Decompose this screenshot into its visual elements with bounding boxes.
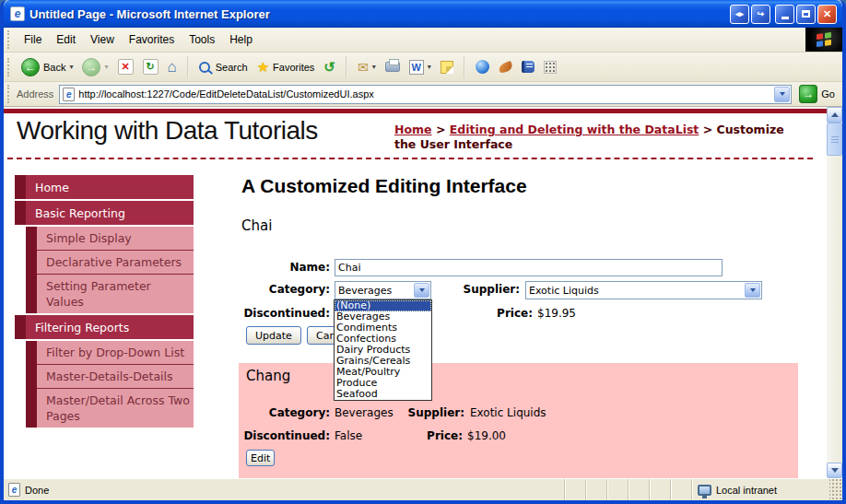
menu-tools[interactable]: Tools (182, 30, 222, 49)
sidebar-item-label: Declarative Parameters (37, 250, 194, 274)
sidebar-item-filtering-reports[interactable]: Filtering Reports (15, 315, 194, 339)
chang-category-label: Category: (238, 406, 330, 419)
menu-favorites[interactable]: Favorites (122, 30, 182, 49)
address-drag-handle[interactable] (7, 85, 12, 103)
breadcrumb-separator: > (432, 123, 450, 136)
status-pane (564, 479, 585, 500)
toolbar-separator (187, 56, 189, 78)
mail-icon: ✉ (358, 60, 369, 75)
sidebar-item-setting-parameter-values[interactable]: Setting Parameter Values (15, 274, 194, 313)
script-debug-button[interactable] (539, 59, 561, 76)
sidebar-item-filter-by-dropdown-list[interactable]: Filter by Drop-Down List (15, 341, 194, 364)
search-button[interactable]: Search (194, 60, 253, 75)
address-bar: Address e http://localhost:1227/Code/Edi… (4, 82, 842, 107)
stop-icon: ✕ (118, 59, 134, 75)
supplier-select[interactable]: Exotic Liquids (525, 281, 762, 299)
supplier-dropdown-button[interactable] (745, 283, 760, 298)
forward-button[interactable]: → ▾ (77, 56, 112, 78)
sidebar-accent-bar (26, 227, 37, 250)
chang-price-value: $19.00 (467, 429, 506, 442)
capture-tool-button[interactable] (494, 61, 517, 74)
category-select[interactable]: Beverages (335, 281, 431, 299)
forward-dropdown-icon: ▾ (104, 63, 108, 71)
name-label: Name: (238, 261, 330, 274)
search-label: Search (216, 62, 248, 73)
sidebar-item-home[interactable]: Home (15, 175, 194, 199)
maximize-button[interactable] (796, 5, 816, 24)
history-button[interactable]: ↺ (319, 57, 340, 77)
detach-icon[interactable]: ↪ (751, 5, 770, 24)
toolbar-drag-handle[interactable] (7, 58, 12, 76)
chang-supplier-label: Supplier: (372, 406, 464, 419)
messenger-button[interactable] (471, 58, 494, 76)
status-pane-main: e Done (4, 479, 564, 500)
chang-price-label: Price: (370, 429, 463, 442)
sidebar-item-basic-reporting[interactable]: Basic Reporting (15, 201, 194, 225)
favorites-star-icon: ★ (257, 59, 269, 76)
search-icon (199, 62, 210, 73)
notes-button[interactable] (436, 59, 458, 76)
mail-dropdown-icon[interactable]: ▾ (372, 63, 376, 71)
print-button[interactable] (381, 60, 405, 74)
name-input[interactable] (335, 259, 723, 276)
status-text: Done (25, 485, 49, 496)
menu-file[interactable]: File (17, 30, 49, 49)
update-button[interactable]: Update (246, 326, 301, 345)
status-pane (649, 479, 670, 500)
code-grid-icon (544, 61, 557, 74)
research-book-icon (522, 61, 535, 73)
scroll-up-button[interactable] (827, 107, 842, 123)
price-value: $19.95 (537, 307, 576, 320)
sidebar-item-declarative-parameters[interactable]: Declarative Parameters (15, 250, 194, 274)
menu-view[interactable]: View (83, 30, 122, 49)
refresh-button[interactable]: ↻ (138, 57, 163, 76)
category-option[interactable]: Seafood (335, 389, 431, 400)
stop-button[interactable]: ✕ (113, 57, 138, 76)
address-dropdown-button[interactable] (774, 87, 790, 102)
breadcrumb-home-link[interactable]: Home (394, 123, 432, 136)
sidebar-item-master-detail-two-pages[interactable]: Master/Detail Across Two Pages (15, 388, 194, 428)
word-dropdown-icon[interactable]: ▾ (428, 63, 431, 71)
mail-button[interactable]: ✉ ▾ (353, 58, 381, 76)
back-dropdown-icon[interactable]: ▾ (69, 63, 73, 71)
status-pane (628, 479, 649, 500)
vertical-scrollbar[interactable] (827, 107, 842, 478)
close-button[interactable]: ✕ (817, 5, 837, 24)
sidebar-accent-bar (26, 364, 37, 388)
minimize-button[interactable] (775, 5, 794, 24)
favorites-label: Favorites (273, 62, 314, 73)
browser-window: e Untitled Page - Microsoft Internet Exp… (0, 0, 846, 504)
edit-with-word-button[interactable]: W ▾ (405, 58, 436, 76)
back-button[interactable]: ← Back ▾ (17, 56, 77, 78)
page-title: A Customized Editing Interface (241, 175, 527, 197)
menu-drag-handle[interactable] (7, 30, 12, 49)
address-url[interactable]: http://localhost:1227/Code/EditDeleteDat… (78, 88, 774, 100)
site-title: Working with Data Tutorials (17, 116, 318, 146)
status-pane (606, 479, 628, 500)
menu-edit[interactable]: Edit (49, 30, 83, 49)
research-button[interactable] (517, 59, 539, 75)
home-button[interactable]: ⌂ (163, 57, 182, 76)
sidebar-item-master-details-details[interactable]: Master-Details-Details (15, 364, 194, 388)
header-dashed-rule (7, 158, 813, 159)
messenger-icon (476, 60, 489, 74)
title-bar: e Untitled Page - Microsoft Internet Exp… (4, 0, 842, 28)
capture-tool-icon (498, 60, 513, 73)
resize-icon[interactable]: ◂▸ (730, 5, 749, 24)
edit-button[interactable]: Edit (246, 450, 275, 466)
windows-flag-icon (817, 32, 831, 47)
address-input[interactable]: e http://localhost:1227/Code/EditDeleteD… (59, 85, 792, 104)
breadcrumb-section-link[interactable]: Editing and Deleting with the DataList (450, 123, 699, 136)
sidebar-item-simple-display[interactable]: Simple Display (15, 227, 194, 250)
product-title-chai: Chai (241, 217, 272, 234)
scroll-down-button[interactable] (827, 463, 842, 478)
maximize-icon (802, 10, 810, 18)
breadcrumb: Home > Editing and Deleting with the Dat… (394, 123, 807, 152)
resize-grip[interactable] (829, 479, 842, 500)
favorites-button[interactable]: ★ Favorites (253, 57, 320, 77)
sidebar-indent (15, 341, 26, 364)
status-bar: e Done Local intranet (4, 478, 842, 500)
scrollbar-thumb[interactable] (827, 123, 842, 156)
menu-help[interactable]: Help (222, 30, 260, 49)
go-button[interactable]: → (799, 85, 817, 103)
